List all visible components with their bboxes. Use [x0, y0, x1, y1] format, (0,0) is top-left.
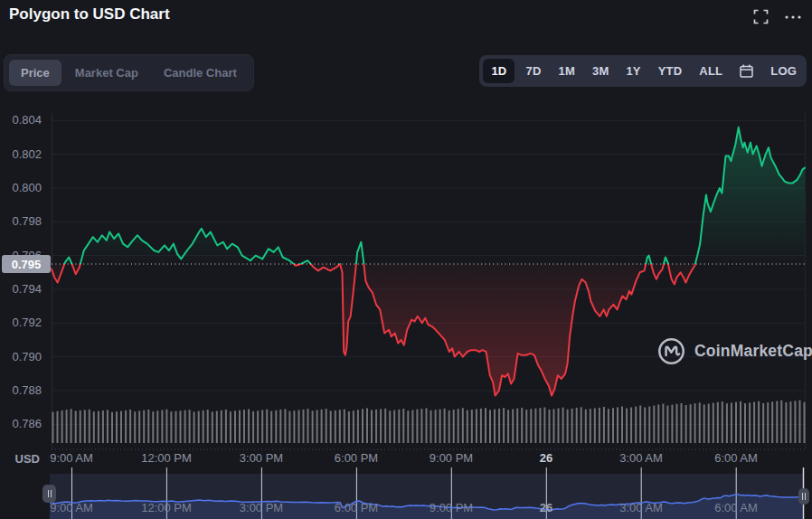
y-axis-tick: 0.794 [0, 282, 42, 296]
x-axis-tick: 3:00 PM [240, 451, 283, 465]
x-axis-tick: 6:00 PM [335, 451, 378, 465]
y-axis-tick: 0.788 [0, 383, 42, 397]
x-axis-tick: 26 [540, 451, 552, 465]
y-axis-tick: 0.804 [0, 113, 42, 127]
x-axis-tick: 12:00 PM [141, 451, 192, 465]
minimap-tick: 6:00 AM [714, 501, 758, 514]
current-price-badge: 0.795 [2, 255, 51, 273]
coinmarketcap-watermark: CoinMarketCap [656, 336, 812, 366]
currency-label: USD [0, 452, 40, 466]
x-axis-tick: 9:00 AM [50, 451, 93, 465]
y-axis-tick: 0.792 [0, 316, 42, 329]
volume-bars [52, 401, 806, 443]
minimap-tick: 3:00 PM [240, 501, 283, 514]
y-axis-tick: 0.798 [0, 214, 42, 228]
x-axis-tick: 6:00 AM [714, 451, 758, 465]
y-axis-tick: 0.800 [0, 181, 42, 194]
y-axis-tick: 0.802 [0, 147, 42, 161]
price-chart[interactable] [0, 0, 812, 470]
minimap-handle-right[interactable] [798, 488, 809, 505]
minimap-tick: 9:00 AM [50, 501, 93, 514]
minimap-tick: 12:00 PM [141, 501, 192, 514]
y-axis-tick: 0.790 [0, 350, 42, 363]
coinmarketcap-logo-icon [656, 336, 686, 366]
minimap-handle-left[interactable] [42, 485, 56, 503]
polygon-usd-chart-app: Polygon to USD Chart Price Market Cap Ca… [0, 0, 812, 519]
coinmarketcap-wordmark: CoinMarketCap [694, 342, 812, 361]
minimap-chart[interactable] [0, 467, 812, 519]
minimap-tick: 26 [540, 501, 552, 514]
minimap-tick: 3:00 AM [619, 501, 663, 514]
minimap-tick: 9:00 PM [430, 501, 473, 514]
x-axis-tick: 9:00 PM [430, 451, 473, 465]
y-axis-tick: 0.786 [0, 417, 42, 430]
x-axis-tick: 3:00 AM [619, 451, 663, 465]
minimap-tick: 6:00 PM [335, 501, 378, 514]
